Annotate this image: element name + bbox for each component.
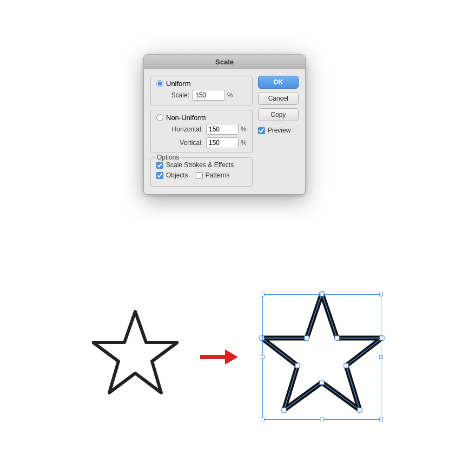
canvas-area <box>0 238 476 476</box>
horizontal-input[interactable] <box>206 124 239 135</box>
patterns-label[interactable]: Patterns <box>206 171 230 179</box>
anchor-l2 <box>260 336 264 340</box>
scale-unit: % <box>227 91 233 99</box>
vertical-input[interactable] <box>206 137 239 148</box>
scale-label: Scale: <box>165 91 189 99</box>
objects-checkbox[interactable] <box>156 172 163 179</box>
cancel-button[interactable]: Cancel <box>258 92 299 105</box>
small-star-shape <box>93 312 177 393</box>
large-star-svg <box>259 288 386 426</box>
options-label: Options <box>155 154 181 161</box>
uniform-section: Uniform Scale: % <box>150 76 253 105</box>
vertical-field-row: Vertical: % <box>156 137 247 148</box>
nonuniform-section: Non-Uniform Horizontal: % Vertical: % <box>150 110 253 153</box>
preview-row: Preview <box>258 127 299 134</box>
uniform-label[interactable]: Uniform <box>166 80 191 88</box>
small-star-wrapper <box>89 303 181 411</box>
dialog-box: Scale Uniform Scale: % <box>143 54 306 195</box>
scale-strokes-row: Scale Strokes & Effects <box>156 161 247 169</box>
arrow-wrapper <box>197 349 241 365</box>
vertical-label: Vertical: <box>165 139 203 147</box>
anchor-r3 <box>344 363 348 368</box>
patterns-row: Patterns <box>196 171 230 179</box>
anchor-r2 <box>380 336 384 340</box>
anchor-top <box>320 292 324 296</box>
anchor-br <box>358 408 362 412</box>
nonuniform-radio-row: Non-Uniform <box>156 114 247 122</box>
anchor-center <box>320 380 324 385</box>
anchor-l1 <box>305 336 309 340</box>
dialog-right-column: OK Cancel Copy Preview <box>258 76 299 187</box>
preview-checkbox[interactable] <box>258 127 265 134</box>
small-star-svg <box>92 307 178 407</box>
scale-field-row: Scale: % <box>156 90 247 101</box>
patterns-checkbox[interactable] <box>196 172 203 179</box>
objects-row: Objects <box>156 171 188 179</box>
copy-button[interactable]: Copy <box>258 108 299 121</box>
objects-label[interactable]: Objects <box>166 171 188 179</box>
options-section: Options Scale Strokes & Effects Objects … <box>150 157 253 187</box>
horizontal-field-row: Horizontal: % <box>156 124 247 135</box>
uniform-radio[interactable] <box>156 80 163 87</box>
dialog-body: Uniform Scale: % Non-Uniform Hor <box>144 69 305 194</box>
scale-input[interactable] <box>193 90 225 101</box>
scale-dialog: Scale Uniform Scale: % <box>143 54 306 195</box>
anchor-l3 <box>295 363 300 368</box>
ok-button[interactable]: OK <box>258 76 299 89</box>
anchor-bl <box>282 408 286 412</box>
preview-label[interactable]: Preview <box>268 127 291 134</box>
dialog-title: Scale <box>144 55 305 69</box>
uniform-radio-row: Uniform <box>156 80 247 88</box>
arrow-body <box>200 355 226 359</box>
nonuniform-radio[interactable] <box>156 114 163 121</box>
scale-strokes-checkbox[interactable] <box>156 162 163 169</box>
horizontal-label: Horizontal: <box>165 125 203 133</box>
horizontal-unit: % <box>241 125 247 133</box>
arrow-svg <box>200 349 238 365</box>
large-star-wrapper <box>257 287 387 427</box>
scale-strokes-label[interactable]: Scale Strokes & Effects <box>166 161 234 169</box>
anchor-r1 <box>335 336 339 340</box>
vertical-unit: % <box>241 139 247 147</box>
objects-patterns-row: Objects Patterns <box>156 171 247 182</box>
nonuniform-label[interactable]: Non-Uniform <box>166 114 206 122</box>
arrow-head <box>225 349 238 365</box>
dialog-left-column: Uniform Scale: % Non-Uniform Hor <box>150 76 253 187</box>
